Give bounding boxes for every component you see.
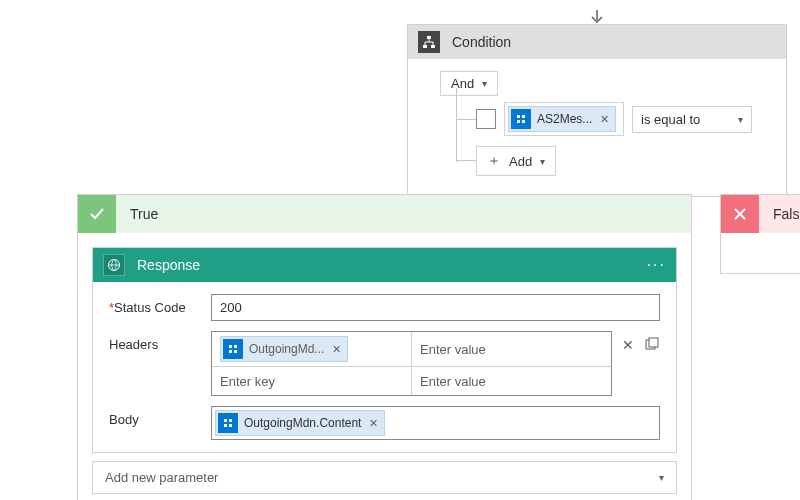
svg-rect-17 — [229, 424, 232, 427]
group-operator-dropdown[interactable]: And ▾ — [440, 71, 498, 96]
svg-rect-11 — [234, 350, 237, 353]
delete-row-icon[interactable]: ✕ — [620, 331, 636, 353]
svg-rect-13 — [649, 338, 658, 347]
token-icon — [223, 339, 243, 359]
response-icon — [103, 254, 125, 276]
response-header[interactable]: Response ··· — [93, 248, 676, 282]
condition-icon — [418, 31, 440, 53]
true-branch-card: True Response ··· *Status Code 200 Heade… — [77, 194, 692, 500]
true-branch-label: True — [116, 206, 158, 222]
x-icon — [721, 195, 759, 233]
chevron-down-icon: ▾ — [540, 156, 545, 167]
response-title: Response — [137, 257, 200, 273]
false-branch-card: False — [720, 194, 800, 274]
svg-rect-10 — [229, 350, 232, 353]
svg-rect-3 — [517, 115, 520, 118]
add-parameter-dropdown[interactable]: Add new parameter ▾ — [92, 461, 677, 494]
header-row: Enter key Enter value — [212, 367, 611, 395]
svg-rect-9 — [234, 345, 237, 348]
false-branch-label: False — [759, 206, 800, 222]
headers-grid: OutgoingMd... ✕ Enter value Enter key En… — [211, 331, 612, 396]
svg-rect-0 — [427, 36, 431, 39]
svg-rect-15 — [229, 419, 232, 422]
add-label: Add — [509, 154, 532, 169]
token-label: OutgoingMd... — [249, 342, 324, 356]
false-branch-header[interactable]: False — [721, 195, 800, 233]
token-remove-icon[interactable]: ✕ — [332, 343, 341, 356]
chevron-down-icon: ▾ — [659, 472, 664, 483]
dynamic-content-token[interactable]: OutgoingMd... ✕ — [220, 336, 348, 362]
token-icon — [511, 109, 531, 129]
operator-label: is equal to — [641, 112, 700, 127]
add-condition-button[interactable]: ＋ Add ▾ — [476, 146, 556, 176]
header-row: OutgoingMd... ✕ Enter value — [212, 332, 611, 367]
token-icon — [218, 413, 238, 433]
plus-icon: ＋ — [487, 152, 501, 170]
operator-dropdown[interactable]: is equal to ▾ — [632, 106, 752, 133]
condition-title: Condition — [452, 34, 511, 50]
svg-rect-4 — [522, 115, 525, 118]
condition-body: And ▾ AS2Mes... ✕ is equal to ▾ — [408, 59, 786, 196]
dynamic-content-button[interactable] — [644, 331, 660, 351]
left-operand-field[interactable]: AS2Mes... ✕ — [504, 102, 624, 136]
svg-rect-6 — [522, 120, 525, 123]
token-remove-icon[interactable]: ✕ — [369, 417, 378, 430]
chevron-down-icon: ▾ — [482, 78, 487, 89]
svg-rect-14 — [224, 419, 227, 422]
svg-rect-8 — [229, 345, 232, 348]
token-label: OutgoingMdn.Content — [244, 416, 361, 430]
svg-rect-1 — [423, 45, 427, 48]
condition-card[interactable]: Condition And ▾ AS2Mes... ✕ — [407, 24, 787, 197]
row-checkbox[interactable] — [476, 109, 496, 129]
body-input[interactable]: OutgoingMdn.Content ✕ — [211, 406, 660, 440]
header-value-cell[interactable]: Enter value — [412, 367, 611, 395]
status-code-input[interactable]: 200 — [211, 294, 660, 321]
status-code-field: *Status Code 200 — [109, 294, 660, 321]
header-value-cell[interactable]: Enter value — [412, 332, 611, 366]
more-menu-icon[interactable]: ··· — [647, 256, 666, 274]
chevron-down-icon: ▾ — [738, 114, 743, 125]
svg-rect-5 — [517, 120, 520, 123]
condition-header[interactable]: Condition — [408, 25, 786, 59]
status-code-label: *Status Code — [109, 294, 201, 315]
header-key-cell[interactable]: OutgoingMd... ✕ — [212, 332, 412, 366]
dynamic-content-token[interactable]: AS2Mes... ✕ — [508, 106, 616, 132]
dynamic-content-token[interactable]: OutgoingMdn.Content ✕ — [215, 410, 385, 436]
token-label: AS2Mes... — [537, 112, 592, 126]
body-label: Body — [109, 406, 201, 427]
svg-rect-2 — [431, 45, 435, 48]
headers-field: Headers OutgoingMd... ✕ — [109, 331, 660, 396]
response-action-card: Response ··· *Status Code 200 Headers — [92, 247, 677, 453]
condition-row: AS2Mes... ✕ is equal to ▾ — [476, 102, 774, 136]
add-parameter-label: Add new parameter — [105, 470, 218, 485]
body-field: Body OutgoingMdn.Content ✕ — [109, 406, 660, 440]
header-key-cell[interactable]: Enter key — [212, 367, 412, 395]
headers-label: Headers — [109, 331, 201, 352]
checkmark-icon — [78, 195, 116, 233]
token-remove-icon[interactable]: ✕ — [600, 113, 609, 126]
true-branch-header[interactable]: True — [78, 195, 691, 233]
group-operator-label: And — [451, 76, 474, 91]
svg-rect-16 — [224, 424, 227, 427]
